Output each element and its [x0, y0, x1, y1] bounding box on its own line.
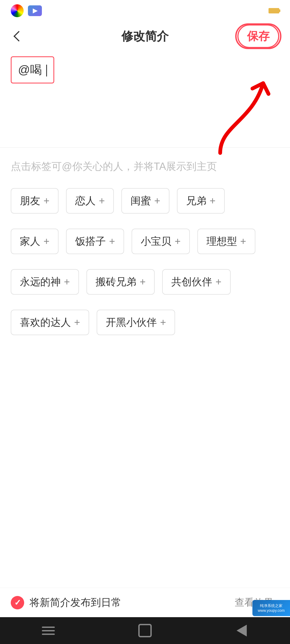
tag-item-pengyou[interactable]: 朋友 +	[11, 188, 59, 214]
tag-label: 家人	[20, 235, 40, 248]
annotation-arrow	[199, 72, 279, 158]
tv-app-icon: ▶	[28, 5, 42, 16]
battery-icon	[269, 8, 279, 13]
tags-row: 朋友 + 恋人 + 闺蜜 + 兄弟 + 家人 + 饭搭子 + 小宝贝 + 理想	[11, 188, 279, 343]
tag-label: 恋人	[75, 194, 96, 208]
hint-text: 点击标签可@你关心的人，并将TA展示到主页	[11, 158, 279, 175]
tag-plus-icon: +	[64, 276, 70, 288]
tag-item-kaiheixiaohuoban[interactable]: 开黑小伙伴 +	[97, 310, 175, 335]
back-triangle-icon	[237, 625, 247, 636]
status-bar: ▶	[0, 0, 290, 21]
nav-menu-button[interactable]	[38, 624, 59, 637]
hint-section: 点击标签可@你关心的人，并将TA展示到主页	[0, 148, 290, 183]
tag-item-xiongdi[interactable]: 兄弟 +	[177, 188, 225, 214]
tag-item-banzhuanxiongdi[interactable]: 搬砖兄弟 +	[86, 269, 155, 295]
tag-label: 开黑小伙伴	[106, 316, 157, 329]
tag-item-fandazi[interactable]: 饭搭子 +	[66, 229, 124, 254]
tag-label: 共创伙伴	[171, 275, 212, 289]
watermark: 纯净系统之家 www.youpy.com	[252, 600, 290, 616]
bio-input-box[interactable]: @喝	[11, 56, 54, 83]
navigation-bar	[0, 617, 290, 644]
tag-label: 兄弟	[186, 194, 206, 208]
header: 修改简介 保存	[0, 21, 290, 51]
home-square-icon	[138, 624, 152, 637]
text-cursor	[46, 65, 47, 76]
watermark-line2: www.youpy.com	[258, 608, 285, 613]
hamburger-menu-icon	[42, 627, 55, 635]
tag-plus-icon: +	[240, 236, 246, 247]
tag-label: 饭搭子	[75, 235, 106, 248]
tag-label: 永远的神	[20, 275, 61, 289]
tag-item-xihuandedaren[interactable]: 喜欢的达人 +	[11, 310, 89, 335]
tag-item-lixiangxing[interactable]: 理想型 +	[197, 229, 255, 254]
tag-label: 搬砖兄弟	[96, 275, 136, 289]
input-section: @喝	[0, 51, 290, 148]
page-title: 修改简介	[121, 28, 169, 44]
tag-item-xiaobaobei[interactable]: 小宝贝 +	[132, 229, 190, 254]
nav-home-button[interactable]	[134, 624, 156, 637]
tag-plus-icon: +	[175, 236, 180, 247]
tag-label: 小宝贝	[141, 235, 171, 248]
tag-item-yongyudeshen[interactable]: 永远的神 +	[11, 269, 79, 295]
bottom-publish-bar: ✓ 将新简介发布到日常 查看效果 ›	[0, 588, 290, 617]
tag-item-jiaren[interactable]: 家人 +	[11, 229, 59, 254]
tag-plus-icon: +	[210, 195, 216, 207]
tag-label: 理想型	[206, 235, 237, 248]
rainbow-app-icon	[11, 4, 24, 17]
tag-item-gongchuanghuoban[interactable]: 共创伙伴 +	[162, 269, 230, 295]
spacer	[0, 348, 290, 455]
tag-plus-icon: +	[160, 317, 166, 328]
tag-label: 喜欢的达人	[20, 316, 71, 329]
tag-plus-icon: +	[154, 195, 160, 207]
tag-plus-icon: +	[99, 195, 105, 207]
check-circle-icon: ✓	[11, 596, 24, 609]
tag-plus-icon: +	[215, 276, 221, 288]
tag-label: 朋友	[20, 194, 40, 208]
tag-plus-icon: +	[109, 236, 115, 247]
check-mark-icon: ✓	[14, 598, 21, 607]
watermark-line1: 纯净系统之家	[260, 603, 282, 608]
save-button[interactable]: 保存	[237, 24, 279, 48]
save-button-circle	[235, 23, 281, 49]
tag-item-lieren[interactable]: 恋人 +	[66, 188, 114, 214]
back-arrow-icon	[13, 31, 24, 42]
tag-plus-icon: +	[74, 317, 80, 328]
bottom-left: ✓ 将新简介发布到日常	[11, 596, 121, 609]
nav-back-button[interactable]	[231, 624, 252, 637]
tag-plus-icon: +	[44, 236, 49, 247]
publish-text: 将新简介发布到日常	[30, 596, 121, 609]
status-icons: ▶	[11, 4, 42, 17]
tags-section: 朋友 + 恋人 + 闺蜜 + 兄弟 + 家人 + 饭搭子 + 小宝贝 + 理想	[0, 183, 290, 348]
tag-label: 闺蜜	[130, 194, 151, 208]
bio-input-text: @喝	[18, 63, 42, 76]
tag-plus-icon: +	[44, 195, 49, 207]
tag-item-guimi[interactable]: 闺蜜 +	[121, 188, 169, 214]
back-button[interactable]	[11, 28, 27, 44]
tag-plus-icon: +	[140, 276, 146, 288]
